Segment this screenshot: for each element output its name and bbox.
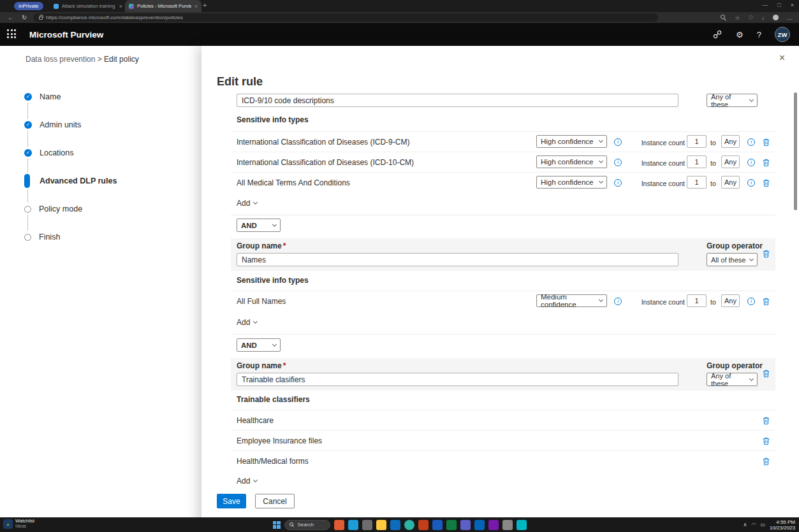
help-icon[interactable]: ? bbox=[757, 30, 761, 40]
wizard-step-finish[interactable]: Finish bbox=[24, 232, 60, 242]
minimize-icon[interactable]: — bbox=[762, 2, 768, 8]
taskbar-app-icon[interactable] bbox=[376, 520, 386, 530]
wizard-step-policy-mode[interactable]: Policy mode bbox=[24, 204, 82, 214]
tray-chevron-icon[interactable]: ∧ bbox=[744, 522, 747, 528]
taskbar-app-icon[interactable] bbox=[488, 520, 499, 530]
favorites-star-icon[interactable]: ☆ bbox=[735, 15, 740, 21]
instance-count-to-input[interactable] bbox=[721, 135, 740, 148]
refresh-icon[interactable]: ↻ bbox=[22, 14, 27, 21]
taskbar-app-icon[interactable] bbox=[502, 520, 513, 530]
instance-count-to-input[interactable] bbox=[721, 176, 740, 189]
taskbar-app-icon[interactable] bbox=[390, 520, 400, 530]
info-icon[interactable]: i bbox=[747, 159, 755, 166]
wifi-icon[interactable]: ◠ bbox=[751, 522, 756, 528]
gear-icon[interactable]: ⚙ bbox=[736, 30, 744, 40]
save-button[interactable]: Save bbox=[217, 494, 246, 508]
delete-icon[interactable] bbox=[762, 138, 770, 147]
info-icon[interactable]: i bbox=[614, 298, 622, 305]
heart-icon[interactable]: ♡ bbox=[748, 15, 753, 21]
close-icon[interactable]: × bbox=[779, 52, 785, 64]
search-icon[interactable] bbox=[721, 15, 726, 20]
add-condition-button[interactable]: Add bbox=[237, 199, 257, 208]
new-tab-button[interactable]: + bbox=[203, 1, 207, 9]
profile-icon[interactable] bbox=[773, 15, 779, 20]
group-name-input[interactable] bbox=[237, 253, 678, 266]
add-classifier-button[interactable]: Add bbox=[237, 477, 257, 485]
instance-count-from-input[interactable] bbox=[687, 176, 707, 189]
instance-count-from-input[interactable] bbox=[687, 155, 707, 168]
delete-icon[interactable] bbox=[762, 158, 770, 167]
taskbar-app-icon[interactable] bbox=[404, 520, 414, 530]
delete-group-icon[interactable] bbox=[762, 369, 770, 378]
avatar[interactable]: ZW bbox=[775, 27, 790, 42]
info-icon[interactable]: i bbox=[747, 298, 755, 305]
delete-icon[interactable] bbox=[762, 416, 770, 425]
widgets-button[interactable]: ▲ Watchlist Ideas bbox=[3, 519, 34, 529]
info-icon[interactable]: i bbox=[614, 138, 622, 146]
confidence-dropdown[interactable]: High confidence bbox=[536, 155, 607, 168]
wizard-step-advanced-dlp-rules[interactable]: Advanced DLP rules bbox=[24, 174, 117, 188]
link-icon[interactable] bbox=[712, 29, 722, 40]
delete-icon[interactable] bbox=[762, 178, 770, 187]
info-icon[interactable]: i bbox=[747, 179, 755, 187]
delete-icon[interactable] bbox=[762, 457, 770, 466]
battery-icon[interactable]: ▭ bbox=[760, 522, 765, 528]
taskbar-app-icon[interactable] bbox=[418, 520, 429, 530]
taskbar-app-icon[interactable] bbox=[432, 520, 443, 530]
taskbar-app-icon[interactable] bbox=[474, 520, 485, 530]
instance-count-from-input[interactable] bbox=[687, 294, 707, 307]
instance-count-to-input[interactable] bbox=[721, 155, 740, 168]
maximize-icon[interactable]: □ bbox=[777, 2, 781, 8]
tab-close-icon[interactable]: × bbox=[194, 3, 198, 10]
group-operator-dropdown[interactable]: All of these bbox=[707, 253, 758, 266]
browser-tab-attack-simulation[interactable]: Attack simulation training - Mic... × bbox=[50, 0, 126, 12]
taskbar-app-icon[interactable] bbox=[446, 520, 457, 530]
browser-tab-policies[interactable]: Policies - Microsoft Purview × bbox=[125, 0, 202, 12]
group-operator-dropdown[interactable]: Any of these bbox=[707, 94, 758, 107]
taskbar-app-icon[interactable] bbox=[362, 520, 372, 530]
wizard-step-locations[interactable]: ✓ Locations bbox=[24, 148, 74, 158]
address-bar[interactable]: https://compliance.microsoft.com/datalos… bbox=[33, 13, 658, 22]
sit-label: All Full Names bbox=[237, 297, 286, 306]
tab-close-icon[interactable]: × bbox=[119, 3, 122, 10]
group-name-input[interactable] bbox=[237, 94, 678, 107]
delete-icon[interactable] bbox=[762, 297, 770, 306]
instance-count-from-input[interactable] bbox=[687, 135, 707, 148]
taskbar-app-icon[interactable] bbox=[517, 520, 527, 530]
confidence-dropdown[interactable]: High confidence bbox=[536, 135, 607, 148]
group-name-label: Group name* bbox=[237, 241, 286, 250]
group-joiner-dropdown[interactable]: AND bbox=[237, 338, 281, 352]
info-icon[interactable]: i bbox=[614, 159, 622, 166]
instance-count-to-input[interactable] bbox=[721, 294, 740, 307]
back-icon[interactable]: ← bbox=[8, 14, 14, 21]
group-joiner-dropdown[interactable]: AND bbox=[237, 219, 281, 232]
confidence-dropdown[interactable]: Medium confidence bbox=[536, 294, 607, 307]
wizard-step-name[interactable]: ✓ Name bbox=[24, 92, 61, 102]
group-name-label: Group name* bbox=[237, 361, 286, 370]
taskbar-app-icon[interactable] bbox=[334, 520, 344, 530]
taskbar-search[interactable]: Search bbox=[284, 520, 330, 530]
taskbar-app-icon[interactable] bbox=[460, 520, 471, 530]
browser-menu-icon[interactable]: … bbox=[787, 15, 793, 21]
downloads-icon[interactable]: ↓ bbox=[762, 15, 765, 21]
close-window-icon[interactable]: × bbox=[791, 2, 794, 8]
header-actions: ⚙ ? ZW bbox=[712, 23, 790, 46]
taskbar-clock[interactable]: 4:55 PM 10/23/2023 bbox=[770, 519, 795, 531]
start-button[interactable] bbox=[273, 521, 281, 529]
delete-icon[interactable] bbox=[762, 436, 770, 445]
app-launcher-icon[interactable] bbox=[7, 29, 17, 40]
group-name-input[interactable] bbox=[237, 373, 678, 386]
panel-scrollbar[interactable] bbox=[794, 92, 797, 210]
delete-group-icon[interactable] bbox=[762, 249, 770, 258]
group-operator-dropdown[interactable]: Any of these bbox=[707, 373, 758, 386]
cancel-button[interactable]: Cancel bbox=[255, 494, 295, 508]
section-title: Sensitive info types bbox=[237, 115, 309, 124]
info-icon[interactable]: i bbox=[614, 179, 622, 187]
taskbar-app-icon[interactable] bbox=[348, 520, 358, 530]
add-condition-button[interactable]: Add bbox=[237, 318, 257, 327]
classifier-row: Healthcare bbox=[231, 410, 775, 430]
wizard-step-admin-units[interactable]: ✓ Admin units bbox=[24, 120, 81, 130]
info-icon[interactable]: i bbox=[747, 138, 755, 146]
breadcrumb-parent[interactable]: Data loss prevention bbox=[26, 55, 95, 64]
confidence-dropdown[interactable]: High confidence bbox=[536, 176, 607, 189]
